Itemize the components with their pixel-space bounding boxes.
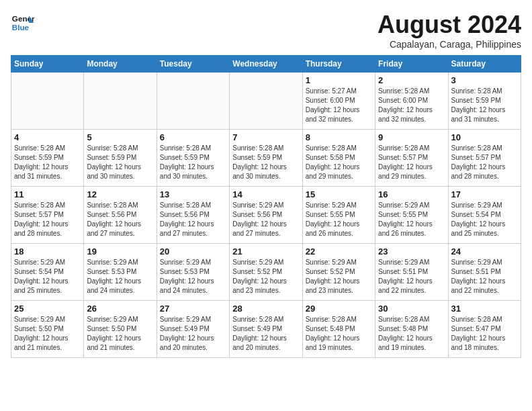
day-info: Sunrise: 5:28 AM Sunset: 5:58 PM Dayligh… — [306, 144, 372, 181]
calendar-cell: 2Sunrise: 5:28 AM Sunset: 6:00 PM Daylig… — [375, 73, 448, 130]
day-info: Sunrise: 5:28 AM Sunset: 5:57 PM Dayligh… — [378, 144, 445, 181]
calendar-cell — [84, 73, 157, 130]
calendar-cell: 22Sunrise: 5:29 AM Sunset: 5:52 PM Dayli… — [302, 244, 375, 301]
day-number: 6 — [160, 132, 226, 142]
day-number: 12 — [87, 189, 153, 199]
weekday-header-sunday: Sunday — [11, 56, 84, 73]
calendar-cell: 31Sunrise: 5:28 AM Sunset: 5:47 PM Dayli… — [448, 301, 521, 358]
day-number: 3 — [451, 75, 518, 85]
day-number: 30 — [378, 304, 445, 314]
day-info: Sunrise: 5:28 AM Sunset: 5:48 PM Dayligh… — [378, 315, 445, 353]
calendar-table: SundayMondayTuesdayWednesdayThursdayFrid… — [11, 55, 521, 358]
weekday-header-friday: Friday — [375, 56, 448, 73]
day-info: Sunrise: 5:29 AM Sunset: 5:50 PM Dayligh… — [87, 315, 153, 353]
calendar-cell: 14Sunrise: 5:29 AM Sunset: 5:56 PM Dayli… — [230, 187, 302, 244]
day-info: Sunrise: 5:27 AM Sunset: 6:00 PM Dayligh… — [306, 87, 372, 124]
calendar-cell: 29Sunrise: 5:28 AM Sunset: 5:48 PM Dayli… — [302, 301, 375, 358]
day-info: Sunrise: 5:29 AM Sunset: 5:51 PM Dayligh… — [378, 258, 445, 295]
calendar-cell: 11Sunrise: 5:28 AM Sunset: 5:57 PM Dayli… — [11, 187, 84, 244]
calendar-cell — [11, 73, 84, 130]
location-subtitle: Capalayan, Caraga, Philippines — [378, 39, 521, 50]
day-number: 14 — [232, 189, 299, 199]
weekday-header-monday: Monday — [84, 56, 157, 73]
calendar-cell: 27Sunrise: 5:29 AM Sunset: 5:49 PM Dayli… — [157, 301, 229, 358]
day-number: 21 — [232, 246, 299, 257]
day-number: 9 — [378, 132, 445, 142]
day-info: Sunrise: 5:28 AM Sunset: 5:57 PM Dayligh… — [451, 144, 518, 181]
day-info: Sunrise: 5:29 AM Sunset: 5:53 PM Dayligh… — [87, 258, 153, 295]
calendar-cell: 25Sunrise: 5:29 AM Sunset: 5:50 PM Dayli… — [11, 301, 84, 358]
day-info: Sunrise: 5:29 AM Sunset: 5:49 PM Dayligh… — [160, 315, 226, 353]
day-info: Sunrise: 5:29 AM Sunset: 5:55 PM Dayligh… — [306, 201, 372, 238]
day-number: 11 — [14, 189, 81, 199]
day-info: Sunrise: 5:28 AM Sunset: 5:59 PM Dayligh… — [232, 144, 299, 181]
day-info: Sunrise: 5:29 AM Sunset: 5:54 PM Dayligh… — [451, 201, 518, 238]
calendar-cell: 5Sunrise: 5:28 AM Sunset: 5:59 PM Daylig… — [84, 130, 157, 187]
day-info: Sunrise: 5:29 AM Sunset: 5:51 PM Dayligh… — [451, 258, 518, 295]
day-number: 5 — [87, 132, 153, 142]
day-info: Sunrise: 5:28 AM Sunset: 5:56 PM Dayligh… — [87, 201, 153, 238]
day-info: Sunrise: 5:29 AM Sunset: 5:53 PM Dayligh… — [160, 258, 226, 295]
calendar-cell: 10Sunrise: 5:28 AM Sunset: 5:57 PM Dayli… — [448, 130, 521, 187]
day-info: Sunrise: 5:28 AM Sunset: 5:48 PM Dayligh… — [306, 315, 372, 353]
day-number: 1 — [306, 75, 372, 85]
weekday-header-saturday: Saturday — [448, 56, 521, 73]
day-number: 29 — [306, 304, 372, 314]
weekday-header-thursday: Thursday — [302, 56, 375, 73]
day-number: 16 — [378, 189, 445, 199]
day-info: Sunrise: 5:29 AM Sunset: 5:50 PM Dayligh… — [14, 315, 81, 353]
day-info: Sunrise: 5:28 AM Sunset: 5:59 PM Dayligh… — [160, 144, 226, 181]
day-number: 18 — [14, 246, 81, 257]
day-info: Sunrise: 5:28 AM Sunset: 5:59 PM Dayligh… — [451, 87, 518, 124]
day-info: Sunrise: 5:28 AM Sunset: 5:56 PM Dayligh… — [160, 201, 226, 238]
calendar-cell: 18Sunrise: 5:29 AM Sunset: 5:54 PM Dayli… — [11, 244, 84, 301]
calendar-cell: 17Sunrise: 5:29 AM Sunset: 5:54 PM Dayli… — [448, 187, 521, 244]
day-number: 13 — [160, 189, 226, 199]
weekday-header-tuesday: Tuesday — [157, 56, 229, 73]
day-number: 22 — [306, 246, 372, 257]
day-number: 24 — [451, 246, 518, 257]
day-info: Sunrise: 5:28 AM Sunset: 5:59 PM Dayligh… — [14, 144, 81, 181]
day-info: Sunrise: 5:28 AM Sunset: 5:47 PM Dayligh… — [451, 315, 518, 353]
day-number: 17 — [451, 189, 518, 199]
day-number: 27 — [160, 304, 226, 314]
day-number: 2 — [378, 75, 445, 85]
calendar-cell — [157, 73, 229, 130]
calendar-cell: 24Sunrise: 5:29 AM Sunset: 5:51 PM Dayli… — [448, 244, 521, 301]
day-number: 4 — [14, 132, 81, 142]
day-info: Sunrise: 5:29 AM Sunset: 5:56 PM Dayligh… — [232, 201, 299, 238]
title-block: August 2024 Capalayan, Caraga, Philippin… — [378, 11, 521, 50]
calendar-cell: 16Sunrise: 5:29 AM Sunset: 5:55 PM Dayli… — [375, 187, 448, 244]
calendar-cell: 28Sunrise: 5:28 AM Sunset: 5:49 PM Dayli… — [230, 301, 302, 358]
calendar-cell: 12Sunrise: 5:28 AM Sunset: 5:56 PM Dayli… — [84, 187, 157, 244]
day-number: 19 — [87, 246, 153, 257]
calendar-cell: 4Sunrise: 5:28 AM Sunset: 5:59 PM Daylig… — [11, 130, 84, 187]
day-number: 31 — [451, 304, 518, 314]
logo: General Blue — [11, 11, 35, 35]
day-info: Sunrise: 5:28 AM Sunset: 5:59 PM Dayligh… — [87, 144, 153, 181]
month-title: August 2024 — [378, 11, 521, 39]
calendar-cell: 21Sunrise: 5:29 AM Sunset: 5:52 PM Dayli… — [230, 244, 302, 301]
day-number: 20 — [160, 246, 226, 257]
calendar-cell: 3Sunrise: 5:28 AM Sunset: 5:59 PM Daylig… — [448, 73, 521, 130]
day-number: 26 — [87, 304, 153, 314]
page-header: General Blue August 2024 Capalayan, Cara… — [11, 11, 521, 50]
day-info: Sunrise: 5:28 AM Sunset: 5:49 PM Dayligh… — [232, 315, 299, 353]
calendar-cell: 26Sunrise: 5:29 AM Sunset: 5:50 PM Dayli… — [84, 301, 157, 358]
calendar-cell — [230, 73, 302, 130]
day-number: 25 — [14, 304, 81, 314]
day-number: 7 — [232, 132, 299, 142]
day-info: Sunrise: 5:29 AM Sunset: 5:55 PM Dayligh… — [378, 201, 445, 238]
calendar-cell: 19Sunrise: 5:29 AM Sunset: 5:53 PM Dayli… — [84, 244, 157, 301]
calendar-cell: 7Sunrise: 5:28 AM Sunset: 5:59 PM Daylig… — [230, 130, 302, 187]
day-number: 10 — [451, 132, 518, 142]
day-number: 15 — [306, 189, 372, 199]
svg-text:Blue: Blue — [12, 23, 30, 32]
day-info: Sunrise: 5:29 AM Sunset: 5:54 PM Dayligh… — [14, 258, 81, 295]
calendar-cell: 23Sunrise: 5:29 AM Sunset: 5:51 PM Dayli… — [375, 244, 448, 301]
calendar-cell: 20Sunrise: 5:29 AM Sunset: 5:53 PM Dayli… — [157, 244, 229, 301]
calendar-cell: 1Sunrise: 5:27 AM Sunset: 6:00 PM Daylig… — [302, 73, 375, 130]
day-info: Sunrise: 5:29 AM Sunset: 5:52 PM Dayligh… — [232, 258, 299, 295]
day-number: 8 — [306, 132, 372, 142]
day-info: Sunrise: 5:28 AM Sunset: 6:00 PM Dayligh… — [378, 87, 445, 124]
